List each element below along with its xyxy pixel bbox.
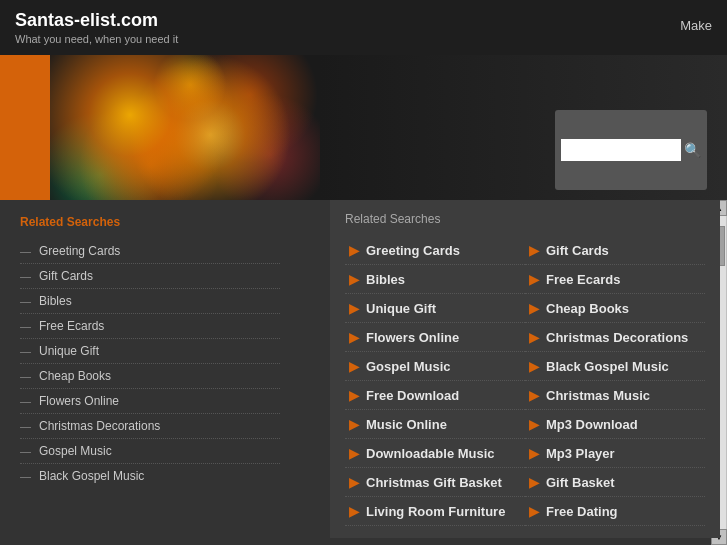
sidebar-related-title: Related Searches (20, 215, 280, 229)
dropdown-arrow-icon: ▶ (349, 503, 360, 519)
sidebar-item[interactable]: —Christmas Decorations (20, 414, 280, 439)
main-content: Related Searches —Greeting Cards—Gift Ca… (0, 200, 727, 545)
dropdown-link[interactable]: Bibles (366, 272, 405, 287)
dropdown-item-right[interactable]: ▶Free Dating (525, 497, 705, 526)
sidebar-item[interactable]: —Unique Gift (20, 339, 280, 364)
dropdown-arrow-icon: ▶ (349, 358, 360, 374)
dropdown-link[interactable]: Mp3 Player (546, 446, 615, 461)
dropdown-arrow-icon: ▶ (529, 503, 540, 519)
sidebar-link[interactable]: Unique Gift (39, 344, 99, 358)
dropdown-link[interactable]: Black Gospel Music (546, 359, 669, 374)
dropdown-arrow-icon: ▶ (349, 329, 360, 345)
dropdown-item-left[interactable]: ▶Flowers Online (345, 323, 525, 352)
sidebar-link[interactable]: Free Ecards (39, 319, 104, 333)
dropdown-item-left[interactable]: ▶Music Online (345, 410, 525, 439)
dropdown-arrow-icon: ▶ (529, 358, 540, 374)
search-box[interactable]: 🔍 (555, 110, 707, 190)
sidebar-arrow-icon: — (20, 320, 31, 332)
dropdown-item-right[interactable]: ▶Gift Basket (525, 468, 705, 497)
sidebar-item[interactable]: —Cheap Books (20, 364, 280, 389)
sidebar-link[interactable]: Bibles (39, 294, 72, 308)
dropdown-panel: Related Searches ▶Greeting Cards▶Gift Ca… (330, 200, 720, 538)
dropdown-link[interactable]: Greeting Cards (366, 243, 460, 258)
site-subtitle: What you need, when you need it (15, 33, 178, 45)
dropdown-item-right[interactable]: ▶Cheap Books (525, 294, 705, 323)
dropdown-link[interactable]: Music Online (366, 417, 447, 432)
search-input[interactable] (561, 139, 681, 161)
sidebar-arrow-icon: — (20, 420, 31, 432)
dropdown-link[interactable]: Christmas Music (546, 388, 650, 403)
sidebar-link[interactable]: Cheap Books (39, 369, 111, 383)
dropdown-link[interactable]: Unique Gift (366, 301, 436, 316)
sidebar-link[interactable]: Gospel Music (39, 444, 112, 458)
dropdown-link[interactable]: Free Dating (546, 504, 618, 519)
dropdown-item-left[interactable]: ▶Bibles (345, 265, 525, 294)
sidebar-link[interactable]: Gift Cards (39, 269, 93, 283)
sidebar-arrow-icon: — (20, 395, 31, 407)
dropdown-item-left[interactable]: ▶Gospel Music (345, 352, 525, 381)
dropdown-link[interactable]: Christmas Gift Basket (366, 475, 502, 490)
dropdown-link[interactable]: Living Room Furniture (366, 504, 505, 519)
dropdown-arrow-icon: ▶ (529, 242, 540, 258)
dropdown-link[interactable]: Gospel Music (366, 359, 451, 374)
dropdown-arrow-icon: ▶ (349, 300, 360, 316)
dropdown-item-right[interactable]: ▶Gift Cards (525, 236, 705, 265)
dropdown-link[interactable]: Mp3 Download (546, 417, 638, 432)
sidebar-item[interactable]: —Gift Cards (20, 264, 280, 289)
dropdown-item-right[interactable]: ▶Free Ecards (525, 265, 705, 294)
dropdown-item-right[interactable]: ▶Black Gospel Music (525, 352, 705, 381)
dropdown-link[interactable]: Gift Cards (546, 243, 609, 258)
dropdown-item-left[interactable]: ▶Christmas Gift Basket (345, 468, 525, 497)
dropdown-item-right[interactable]: ▶Christmas Music (525, 381, 705, 410)
hero-bokeh-image (50, 55, 320, 200)
sidebar-link[interactable]: Greeting Cards (39, 244, 120, 258)
dropdown-arrow-icon: ▶ (529, 387, 540, 403)
dropdown-grid: ▶Greeting Cards▶Gift Cards▶Bibles▶Free E… (345, 236, 705, 526)
dropdown-item-right[interactable]: ▶Mp3 Player (525, 439, 705, 468)
dropdown-item-left[interactable]: ▶Living Room Furniture (345, 497, 525, 526)
dropdown-item-right[interactable]: ▶Christmas Decorations (525, 323, 705, 352)
dropdown-arrow-icon: ▶ (349, 416, 360, 432)
dropdown-arrow-icon: ▶ (529, 271, 540, 287)
dropdown-item-left[interactable]: ▶Downloadable Music (345, 439, 525, 468)
sidebar-arrow-icon: — (20, 270, 31, 282)
dropdown-link[interactable]: Downloadable Music (366, 446, 495, 461)
sidebar-item[interactable]: —Greeting Cards (20, 239, 280, 264)
dropdown-arrow-icon: ▶ (529, 300, 540, 316)
site-title: Santas-elist.com (15, 10, 178, 31)
dropdown-item-left[interactable]: ▶Greeting Cards (345, 236, 525, 265)
sidebar-link[interactable]: Christmas Decorations (39, 419, 160, 433)
search-icon[interactable]: 🔍 (684, 142, 701, 158)
dropdown-link[interactable]: Free Download (366, 388, 459, 403)
sidebar-item[interactable]: —Gospel Music (20, 439, 280, 464)
sidebar-link[interactable]: Flowers Online (39, 394, 119, 408)
dropdown-title: Related Searches (345, 212, 705, 226)
sidebar-item[interactable]: —Free Ecards (20, 314, 280, 339)
sidebar-arrow-icon: — (20, 370, 31, 382)
sidebar-arrow-icon: — (20, 470, 31, 482)
sidebar-arrow-icon: — (20, 445, 31, 457)
dropdown-link[interactable]: Gift Basket (546, 475, 615, 490)
dropdown-arrow-icon: ▶ (349, 387, 360, 403)
dropdown-link[interactable]: Cheap Books (546, 301, 629, 316)
sidebar-arrow-icon: — (20, 295, 31, 307)
dropdown-arrow-icon: ▶ (529, 329, 540, 345)
sidebar-link[interactable]: Black Gospel Music (39, 469, 144, 483)
dropdown-link[interactable]: Free Ecards (546, 272, 620, 287)
sidebar: Related Searches —Greeting Cards—Gift Ca… (0, 200, 300, 545)
dropdown-item-left[interactable]: ▶Free Download (345, 381, 525, 410)
sidebar-items-list: —Greeting Cards—Gift Cards—Bibles—Free E… (20, 239, 280, 488)
dropdown-arrow-icon: ▶ (349, 445, 360, 461)
hero-banner: 🔍 (0, 55, 727, 200)
dropdown-item-right[interactable]: ▶Mp3 Download (525, 410, 705, 439)
sidebar-item[interactable]: —Flowers Online (20, 389, 280, 414)
dropdown-link[interactable]: Flowers Online (366, 330, 459, 345)
dropdown-item-left[interactable]: ▶Unique Gift (345, 294, 525, 323)
dropdown-arrow-icon: ▶ (349, 242, 360, 258)
dropdown-link[interactable]: Christmas Decorations (546, 330, 688, 345)
sidebar-arrow-icon: — (20, 245, 31, 257)
dropdown-arrow-icon: ▶ (349, 474, 360, 490)
sidebar-item[interactable]: —Black Gospel Music (20, 464, 280, 488)
sidebar-item[interactable]: —Bibles (20, 289, 280, 314)
make-link[interactable]: Make (680, 18, 712, 33)
